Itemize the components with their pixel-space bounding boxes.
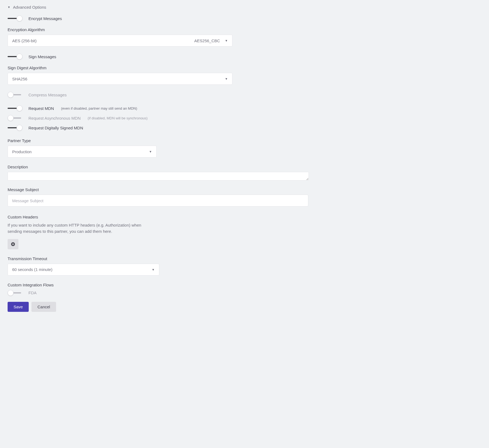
encryption-algorithm-code: AES256_CBC: [194, 38, 220, 43]
sign-messages-label: Sign Messages: [28, 54, 56, 59]
compress-messages-row: Compress Messages: [8, 92, 481, 98]
chevron-down-icon: ▼: [225, 77, 228, 80]
description-textarea[interactable]: [8, 172, 309, 181]
request-async-mdn-row: Request Asynchronous MDN (if disabled, M…: [8, 115, 481, 121]
save-button[interactable]: Save: [8, 302, 29, 312]
request-async-mdn-label: Request Asynchronous MDN: [28, 116, 81, 120]
sign-messages-row: Sign Messages: [8, 54, 481, 60]
chevron-down-icon: ▼: [152, 268, 155, 271]
request-signed-mdn-toggle[interactable]: [8, 125, 22, 131]
sign-messages-toggle[interactable]: [8, 54, 22, 60]
sign-digest-label: Sign Digest Algorithm: [8, 66, 481, 70]
request-async-mdn-hint: (if disabled, MDN will be synchronous): [88, 116, 148, 120]
compress-messages-toggle[interactable]: [8, 92, 22, 98]
encrypt-messages-toggle[interactable]: [8, 15, 22, 21]
message-subject-label: Message Subject: [8, 187, 481, 192]
caret-down-icon: ▼: [8, 6, 10, 9]
partner-type-label: Partner Type: [8, 138, 481, 143]
message-subject-input[interactable]: [8, 195, 308, 207]
encryption-algorithm-label: Encryption Algorithm: [8, 27, 481, 32]
request-async-mdn-toggle[interactable]: [8, 115, 22, 121]
svg-rect-2: [12, 244, 14, 244]
request-signed-mdn-label: Request Digitally Signed MDN: [28, 126, 83, 130]
section-title: Advanced Options: [13, 5, 46, 9]
encryption-algorithm-select[interactable]: AES (256-bit) AES256_CBC ▼: [8, 35, 232, 47]
transmission-timeout-label: Transmission Timeout: [8, 256, 481, 261]
fda-toggle[interactable]: [8, 290, 22, 296]
plus-circle-icon: [11, 242, 15, 246]
custom-headers-label: Custom Headers: [8, 215, 481, 219]
compress-messages-label: Compress Messages: [28, 93, 67, 97]
request-mdn-toggle[interactable]: [8, 105, 22, 111]
transmission-timeout-value: 60 seconds (1 minute): [12, 267, 152, 272]
custom-headers-help: If you want to include any custom HTTP h…: [8, 222, 143, 235]
fda-label: FDA: [28, 290, 37, 295]
request-mdn-row: Request MDN (even if disabled, partner m…: [8, 105, 481, 111]
description-label: Description: [8, 165, 481, 169]
transmission-timeout-select[interactable]: 60 seconds (1 minute) ▼: [8, 264, 159, 276]
chevron-down-icon: ▼: [225, 39, 228, 42]
request-mdn-label: Request MDN: [28, 106, 54, 111]
cancel-button[interactable]: Cancel: [31, 302, 56, 312]
chevron-down-icon: ▼: [149, 150, 152, 153]
fda-row: FDA: [8, 290, 481, 296]
add-header-button[interactable]: [8, 239, 18, 249]
encrypt-messages-row: Encrypt Messages: [8, 15, 481, 21]
partner-type-value: Production: [12, 149, 149, 154]
action-buttons: Save Cancel: [8, 302, 481, 312]
advanced-options-header[interactable]: ▼ Advanced Options: [8, 5, 481, 9]
sign-digest-select[interactable]: SHA256 ▼: [8, 73, 232, 85]
custom-flows-label: Custom Integration Flows: [8, 283, 481, 287]
encryption-algorithm-value: AES (256-bit): [12, 38, 194, 43]
partner-type-select[interactable]: Production ▼: [8, 146, 157, 158]
encrypt-messages-label: Encrypt Messages: [28, 16, 62, 21]
sign-digest-value: SHA256: [12, 77, 225, 81]
request-signed-mdn-row: Request Digitally Signed MDN: [8, 125, 481, 131]
request-mdn-hint: (even if disabled, partner may still sen…: [61, 106, 137, 110]
